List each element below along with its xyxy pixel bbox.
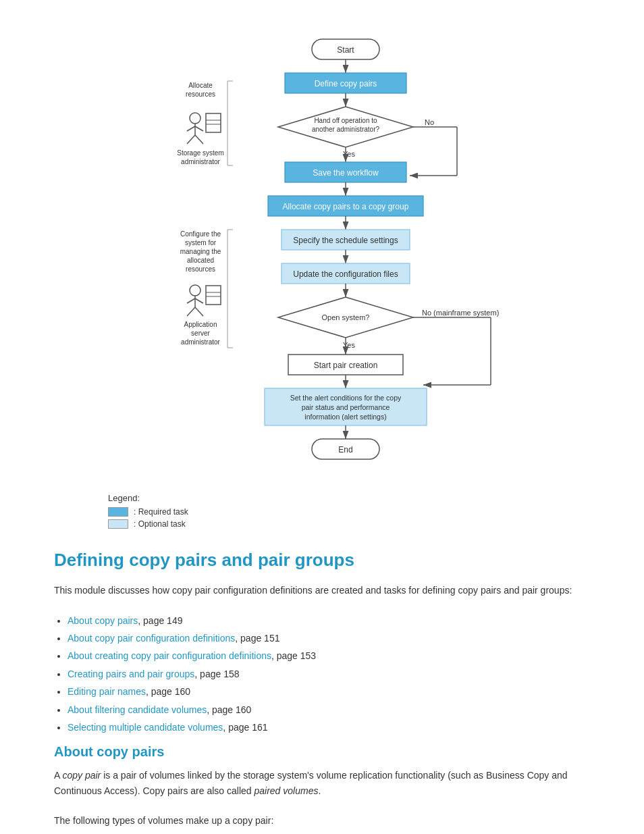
svg-text:another administrator?: another administrator? — [312, 126, 379, 133]
list-item: Selecting multiple candidate volumes, pa… — [68, 720, 590, 735]
about-section-body: A copy pair is a pair of volumes linked … — [54, 768, 590, 834]
svg-text:Update the configuration files: Update the configuration files — [293, 269, 398, 279]
svg-text:Start pair creation: Start pair creation — [314, 361, 378, 370]
main-links-list: About copy pairs, page 149 About copy pa… — [68, 613, 590, 735]
svg-text:Hand off operation to: Hand off operation to — [314, 117, 377, 124]
link-suffix-3: , page 158 — [194, 669, 239, 679]
svg-text:Save the workflow: Save the workflow — [313, 168, 379, 178]
svg-text:Allocate copy pairs to a copy : Allocate copy pairs to a copy group — [283, 202, 409, 211]
svg-text:resources: resources — [186, 265, 215, 273]
svg-text:End: End — [338, 445, 352, 454]
svg-text:Start: Start — [337, 45, 354, 55]
link-suffix-1: , page 151 — [235, 633, 279, 644]
svg-line-53 — [195, 307, 203, 316]
svg-text:managing the: managing the — [180, 248, 221, 255]
svg-text:Set the alert conditions for t: Set the alert conditions for the copy — [290, 394, 402, 402]
about-para1-end: . — [318, 785, 321, 796]
legend-optional: : Optional task — [108, 519, 590, 529]
svg-text:Storage system: Storage system — [177, 149, 223, 157]
about-para2: The following types of volumes make up a… — [54, 813, 590, 828]
svg-line-51 — [195, 298, 203, 303]
svg-text:administrator: administrator — [181, 158, 220, 165]
list-item: About filtering candidate volumes, page … — [68, 702, 590, 717]
svg-text:resources: resources — [186, 90, 215, 98]
legend-required-label: : Required task — [134, 507, 188, 517]
link-config-defs[interactable]: About copy pair configuration definition… — [68, 633, 235, 644]
list-item: Creating pairs and pair groups, page 158 — [68, 667, 590, 681]
flowchart-svg: Allocate resources Storage system admini… — [133, 20, 511, 479]
link-filtering[interactable]: About filtering candidate volumes — [68, 704, 207, 715]
svg-text:Yes: Yes — [343, 341, 355, 349]
main-section-heading: Defining copy pairs and pair groups — [54, 549, 590, 572]
link-suffix-4: , page 160 — [146, 686, 190, 697]
list-item: Editing pair names, page 160 — [68, 684, 590, 699]
svg-text:system for: system for — [185, 239, 217, 246]
legend-optional-box — [108, 519, 128, 529]
main-intro: This module discusses how copy pair conf… — [54, 583, 590, 598]
about-para1-italic2: paired volumes — [254, 785, 318, 796]
svg-text:allocated: allocated — [187, 257, 214, 264]
svg-text:No (mainframe system): No (mainframe system) — [422, 309, 499, 317]
svg-text:information (alert settings): information (alert settings) — [304, 413, 386, 421]
link-multiple-volumes[interactable]: Selecting multiple candidate volumes — [68, 722, 223, 733]
link-suffix-6: , page 161 — [223, 722, 267, 733]
main-section-body: This module discusses how copy pair conf… — [54, 583, 590, 735]
link-about-copy-pairs[interactable]: About copy pairs — [68, 615, 138, 626]
legend-optional-label: : Optional task — [134, 519, 186, 529]
flowchart-area: Allocate resources Storage system admini… — [54, 14, 590, 479]
svg-text:Define copy pairs: Define copy pairs — [315, 79, 377, 88]
svg-text:pair status and performance: pair status and performance — [302, 403, 390, 411]
link-creating-config[interactable]: About creating copy pair configuration d… — [68, 650, 271, 661]
flowchart-wrapper: Allocate resources Storage system admini… — [133, 20, 511, 479]
about-para1-italic: copy pair — [62, 770, 101, 781]
about-para1-pre: A — [54, 770, 62, 781]
link-suffix-2: , page 153 — [271, 650, 316, 661]
list-item: About copy pair configuration definition… — [68, 631, 590, 646]
about-para1: A copy pair is a pair of volumes linked … — [54, 768, 590, 798]
link-editing-names[interactable]: Editing pair names — [68, 686, 146, 697]
legend-title: Legend: — [108, 493, 590, 503]
link-suffix-0: , page 149 — [138, 615, 182, 626]
legend-required: : Required task — [108, 507, 590, 517]
svg-text:administrator: administrator — [181, 338, 220, 346]
svg-line-7 — [187, 135, 195, 144]
svg-line-6 — [195, 126, 203, 131]
link-creating-pairs[interactable]: Creating pairs and pair groups — [68, 669, 194, 679]
svg-text:server: server — [191, 330, 210, 337]
svg-line-5 — [187, 126, 195, 131]
svg-text:No: No — [425, 118, 434, 126]
svg-text:Application: Application — [184, 321, 217, 328]
legend-required-box — [108, 507, 128, 517]
svg-text:Specify the schedule settings: Specify the schedule settings — [293, 236, 398, 245]
svg-rect-54 — [206, 286, 221, 305]
svg-text:Open system?: Open system? — [322, 313, 370, 321]
page-container: Allocate resources Storage system admini… — [0, 0, 644, 834]
svg-line-52 — [187, 307, 195, 316]
svg-line-8 — [195, 135, 203, 144]
svg-text:Allocate: Allocate — [188, 82, 213, 89]
list-item: About creating copy pair configuration d… — [68, 648, 590, 663]
link-suffix-5: , page 160 — [207, 704, 251, 715]
list-item: About copy pairs, page 149 — [68, 613, 590, 628]
svg-point-3 — [190, 113, 200, 124]
svg-line-50 — [187, 298, 195, 303]
svg-point-48 — [190, 285, 200, 296]
svg-rect-9 — [206, 113, 221, 132]
svg-text:Yes: Yes — [343, 150, 355, 158]
legend: Legend: : Required task : Optional task — [108, 493, 590, 529]
svg-text:Configure the: Configure the — [180, 230, 221, 238]
about-section-heading: About copy pairs — [54, 744, 590, 760]
